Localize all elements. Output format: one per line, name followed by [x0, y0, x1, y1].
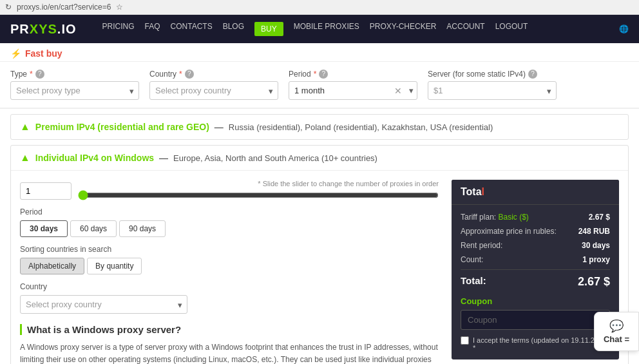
tariff-row: Tariff plan: Basic ($) 2.67 $	[461, 213, 610, 222]
premium-ipv4-section: ▲ Premium IPv4 (residential and rare GEO…	[10, 114, 629, 140]
total-highlight: l	[482, 186, 484, 197]
total-final-row: Total: 2.67 $	[461, 275, 610, 289]
url-display: proxys.io/en/cart?service=6	[17, 3, 111, 12]
country-select[interactable]: Select proxy country	[149, 81, 278, 100]
country-select-dropdown-wrapper: Select proxy country	[20, 295, 187, 314]
nav-blog[interactable]: BLOG	[223, 22, 244, 36]
whatis-title: What is a Windows proxy server?	[20, 324, 439, 335]
quantity-slider[interactable]	[78, 190, 439, 200]
period-input-wrapper: ✕ ▾	[289, 81, 417, 100]
premium-subtitle: Russia (residential), Poland (residentia…	[229, 122, 493, 132]
navbar-right: 🌐	[619, 24, 629, 34]
tariff-amount: 2.67 $	[589, 213, 610, 222]
ipv4-left-column: * Slide the slider to change the number …	[20, 180, 439, 364]
chat-button[interactable]: 💬 Chat =	[594, 312, 639, 351]
rent-period-row: Rent period: 30 days	[461, 241, 610, 250]
period-60-button[interactable]: 60 days	[70, 220, 117, 237]
tariff-label: Tariff plan: Basic ($)	[461, 213, 529, 222]
navbar: PRXYS.IO PRICING FAQ CONTACTS BLOG BUY M…	[0, 15, 639, 43]
logo-highlight: XYS	[30, 22, 57, 36]
individual-subtitle: Europe, Asia, North and South America (1…	[173, 153, 377, 163]
nav-mobile-proxies[interactable]: MOBILE PROXIES	[294, 22, 359, 36]
type-help-icon[interactable]: ?	[35, 70, 44, 79]
individual-toggle-icon: ▲	[20, 152, 30, 164]
server-label: Server (for some static IPv4) ?	[428, 70, 557, 79]
count-value: 1 proxy	[582, 255, 610, 264]
country-dropdown[interactable]: Select proxy country	[20, 295, 187, 314]
filter-row: Type * ? Select proxy type Country * ?	[0, 62, 639, 109]
type-required: *	[30, 70, 33, 79]
rent-period-label: Rent period:	[461, 241, 502, 250]
rent-period-value: 30 days	[582, 241, 610, 250]
sorting-section: Sorting countries in search Alphabetical…	[20, 245, 439, 274]
period-30-button[interactable]: 30 days	[20, 220, 68, 237]
country-required: *	[179, 70, 182, 79]
period-90-button[interactable]: 90 days	[119, 220, 166, 237]
premium-title: Premium IPv4 (residential and rare GEO)	[35, 122, 209, 132]
individual-ipv4-body: * Slide the slider to change the number …	[11, 170, 628, 364]
coupon-input[interactable]	[461, 310, 610, 330]
individual-title: Individual IPv4 on Windows	[35, 153, 154, 163]
terms-text: I accept the terms (updated on 19.11.202…	[473, 336, 610, 352]
country-help-icon[interactable]: ?	[185, 70, 194, 79]
count-label: Count:	[461, 255, 483, 264]
logo[interactable]: PRXYS.IO	[10, 22, 77, 37]
period-help-icon[interactable]: ?	[319, 70, 328, 79]
nav-pricing[interactable]: PRICING	[102, 22, 135, 36]
country-section: Country Select proxy country	[20, 282, 439, 314]
fast-buy-header: ⚡ Fast buy	[0, 43, 639, 62]
individual-ipv4-header[interactable]: ▲ Individual IPv4 on Windows — Europe, A…	[11, 146, 628, 170]
nav-buy[interactable]: BUY	[254, 22, 283, 36]
type-label: Type * ?	[10, 70, 139, 79]
tariff-value: Basic ($)	[499, 213, 529, 222]
period-clear-icon[interactable]: ✕	[394, 86, 402, 96]
premium-ipv4-header[interactable]: ▲ Premium IPv4 (residential and rare GEO…	[11, 115, 628, 139]
quantity-row: * Slide the slider to change the number …	[20, 180, 439, 202]
total-final-label: Total:	[461, 275, 486, 289]
server-select-wrapper: $1	[428, 81, 557, 100]
nav-logout[interactable]: LOGOUT	[495, 22, 528, 36]
coupon-label: Coupon	[461, 296, 610, 306]
type-select-wrapper: Select proxy type	[10, 81, 139, 100]
type-filter-group: Type * ? Select proxy type	[10, 70, 139, 100]
terms-checkbox[interactable]	[461, 336, 469, 345]
total-divider	[461, 269, 610, 270]
browser-icon: ↻	[5, 3, 12, 12]
globe-icon[interactable]: 🌐	[619, 24, 629, 34]
sort-alphabetically-button[interactable]: Alphabetically	[20, 258, 84, 274]
slider-wrapper: * Slide the slider to change the number …	[78, 180, 439, 202]
sort-byquantity-button[interactable]: By quantity	[87, 258, 142, 274]
sorting-label: Sorting countries in search	[20, 245, 439, 254]
fast-buy-label: Fast buy	[25, 48, 62, 59]
chat-label: Chat =	[604, 334, 629, 344]
fast-buy-icon: ⚡	[10, 48, 21, 59]
whatis-text: A Windows proxy server is a type of serv…	[20, 341, 439, 364]
period-buttons-group: 30 days 60 days 90 days	[20, 220, 439, 237]
individual-ipv4-section: ▲ Individual IPv4 on Windows — Europe, A…	[10, 145, 629, 364]
slider-hint: * Slide the slider to change the number …	[78, 180, 439, 187]
approx-label: Approximate price in rubles:	[461, 227, 557, 236]
nav-proxy-checker[interactable]: PROXY-CHECKER	[370, 22, 437, 36]
server-help-icon[interactable]: ?	[528, 70, 537, 79]
terms-row: I accept the terms (updated on 19.11.202…	[461, 336, 610, 352]
total-final-amount: 2.67 $	[578, 275, 610, 289]
period-label: Period * ?	[289, 70, 417, 79]
count-row: Count: 1 proxy	[461, 255, 610, 264]
nav-contacts[interactable]: CONTACTS	[171, 22, 213, 36]
country-section-label: Country	[20, 282, 439, 291]
quantity-input[interactable]	[20, 182, 72, 200]
type-select[interactable]: Select proxy type	[10, 81, 139, 100]
country-label: Country * ?	[149, 70, 278, 79]
page-content: ⚡ Fast buy Type * ? Select proxy type	[0, 43, 639, 364]
sorting-buttons-group: Alphabetically By quantity	[20, 258, 439, 274]
country-select-wrapper: Select proxy country	[149, 81, 278, 100]
chat-icon: 💬	[609, 319, 624, 333]
nav-account[interactable]: ACCOUNT	[446, 22, 484, 36]
server-select[interactable]: $1	[428, 81, 557, 100]
individual-separator: —	[159, 153, 168, 163]
period-section-label: Period	[20, 207, 439, 216]
approx-row: Approximate price in rubles: 248 RUB	[461, 227, 610, 236]
period-required: *	[314, 70, 317, 79]
nav-faq[interactable]: FAQ	[145, 22, 160, 36]
approx-value: 248 RUB	[578, 227, 610, 236]
